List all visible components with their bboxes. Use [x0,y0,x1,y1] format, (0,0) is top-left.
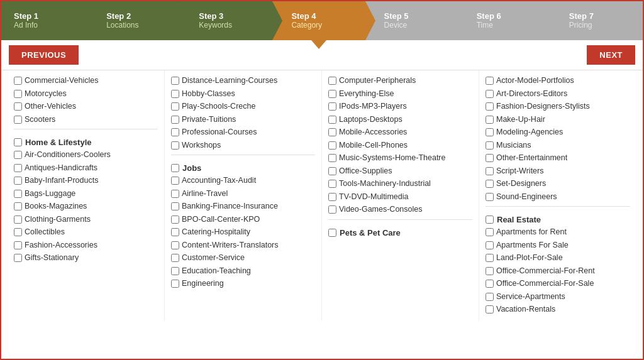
checkbox-script-writers[interactable] [486,167,494,175]
checkbox-musicians[interactable] [486,141,494,150]
label-gifts[interactable]: Gifts-Stationary [25,253,79,264]
checkbox-antiques[interactable] [14,164,22,172]
checkbox-catering[interactable] [171,228,179,236]
label-office-commercial-sale[interactable]: Office-Commercial-For-Sale [496,278,594,290]
checkbox-bpo[interactable] [171,215,179,224]
checkbox-jobs[interactable] [171,164,179,172]
checkbox-content-writers[interactable] [171,241,179,249]
step-4[interactable]: Step 4 Category [272,1,365,40]
label-hobby-classes[interactable]: Hobby-Classes [182,89,235,100]
checkbox-office-supplies[interactable] [328,167,336,175]
label-customer-service[interactable]: Customer-Service [182,253,245,264]
label-vacation-rentals[interactable]: Vacation-Rentals [496,304,555,315]
label-content-writers[interactable]: Content-Writers-Translators [182,240,279,251]
checkbox-modeling[interactable] [486,128,494,136]
label-other-entertainment[interactable]: Other-Entertainment [496,153,567,164]
label-motorcycles[interactable]: Motorcycles [25,89,67,100]
label-service-apartments[interactable]: Service-Apartments [496,292,565,303]
label-laptops[interactable]: Laptops-Desktops [339,114,402,126]
label-catering[interactable]: Catering-Hospitality [182,227,250,238]
checkbox-bags[interactable] [14,190,22,198]
checkbox-airline[interactable] [171,190,179,198]
checkbox-sound-engineers[interactable] [486,193,494,201]
label-script-writers[interactable]: Script-Writers [496,166,543,177]
label-ipods[interactable]: IPods-MP3-Players [339,101,407,112]
checkbox-books[interactable] [14,202,22,210]
label-banking[interactable]: Banking-Finance-Insurance [182,201,278,212]
checkbox-home-lifestyle[interactable] [14,138,22,146]
label-music-systems[interactable]: Music-Systems-Home-Theatre [339,153,445,164]
checkbox-service-apartments[interactable] [486,293,494,301]
checkbox-education-teaching[interactable] [171,267,179,275]
label-clothing[interactable]: Clothing-Garments [25,214,91,226]
checkbox-workshops[interactable] [171,141,179,150]
next-button[interactable]: NEXT [587,45,635,65]
label-makeup[interactable]: Make-Up-Hair [496,114,545,126]
label-workshops[interactable]: Workshops [182,140,221,151]
label-fashion-designers[interactable]: Fashion-Designers-Stylists [496,101,590,112]
label-other-vehicles[interactable]: Other-Vehicles [25,101,76,112]
step-5[interactable]: Step 5 Device [365,1,458,40]
label-private-tuitions[interactable]: Private-Tuitions [182,114,236,126]
checkbox-video-games[interactable] [328,205,336,214]
label-mobile-phones[interactable]: Mobile-Cell-Phones [339,140,408,151]
checkbox-gifts[interactable] [14,254,22,262]
label-tools[interactable]: Tools-Machinery-Industrial [339,178,431,190]
label-office-supplies[interactable]: Office-Supplies [339,166,392,177]
label-apartments-rent[interactable]: Apartments for Rent [496,227,567,238]
checkbox-banking[interactable] [171,202,179,210]
checkbox-private-tuitions[interactable] [171,116,179,124]
checkbox-laptops[interactable] [328,116,336,124]
checkbox-play-schools[interactable] [171,102,179,111]
checkbox-ipods[interactable] [328,102,336,111]
checkbox-everything-else[interactable] [328,90,336,98]
checkbox-tv-dvd[interactable] [328,193,336,201]
label-bpo[interactable]: BPO-Call-Center-KPO [182,214,260,226]
checkbox-professional-courses[interactable] [171,128,179,136]
label-air-conditioners[interactable]: Air-Conditioners-Coolers [25,150,111,161]
checkbox-collectibles[interactable] [14,228,22,236]
checkbox-computer-peripherals[interactable] [328,77,336,85]
checkbox-land-plot[interactable] [486,254,494,262]
label-baby-infant[interactable]: Baby-Infant-Products [25,175,98,187]
label-engineering[interactable]: Engineering [182,278,224,290]
checkbox-scooters[interactable] [14,116,22,124]
label-books[interactable]: Books-Magazines [25,201,87,212]
label-everything-else[interactable]: Everything-Else [339,89,394,100]
label-land-plot[interactable]: Land-Plot-For-Sale [496,253,563,264]
checkbox-other-entertainment[interactable] [486,154,494,162]
checkbox-tools[interactable] [328,180,336,188]
checkbox-vacation-rentals[interactable] [486,305,494,314]
label-bags[interactable]: Bags-Luggage [25,188,75,200]
checkbox-hobby-classes[interactable] [171,90,179,98]
checkbox-music-systems[interactable] [328,154,336,162]
checkbox-makeup[interactable] [486,116,494,124]
step-2[interactable]: Step 2 Locations [87,1,180,40]
label-mobile-accessories[interactable]: Mobile-Accessories [339,127,407,138]
checkbox-mobile-phones[interactable] [328,141,336,150]
checkbox-apartments-rent[interactable] [486,228,494,236]
label-play-schools[interactable]: Play-Schools-Creche [182,101,255,112]
checkbox-fashion-accessories[interactable] [14,241,22,249]
checkbox-air-conditioners[interactable] [14,151,22,159]
checkbox-office-commercial-rent[interactable] [486,267,494,275]
checkbox-mobile-accessories[interactable] [328,128,336,136]
label-sound-engineers[interactable]: Sound-Engineers [496,192,557,203]
checkbox-commercial-vehicles[interactable] [14,77,22,85]
checkbox-actor-model[interactable] [486,77,494,85]
label-professional-courses[interactable]: Professional-Courses [182,127,257,138]
label-airline[interactable]: Airline-Travel [182,188,228,200]
checkbox-art-directors[interactable] [486,90,494,98]
label-fashion-accessories[interactable]: Fashion-Accessories [25,240,97,251]
checkbox-real-estate[interactable] [486,215,494,224]
label-office-commercial-rent[interactable]: Office-Commercial-For-Rent [496,266,595,277]
label-art-directors[interactable]: Art-Directors-Editors [496,89,567,100]
step-1[interactable]: Step 1 Ad Info [1,1,87,40]
label-computer-peripherals[interactable]: Computer-Peripherals [339,75,416,87]
checkbox-set-designers[interactable] [486,180,494,188]
label-modeling[interactable]: Modeling-Agencies [496,127,563,138]
checkbox-motorcycles[interactable] [14,90,22,98]
label-antiques[interactable]: Antiques-Handicrafts [25,163,97,174]
label-actor-model[interactable]: Actor-Model-Portfolios [496,75,574,87]
checkbox-other-vehicles[interactable] [14,102,22,111]
